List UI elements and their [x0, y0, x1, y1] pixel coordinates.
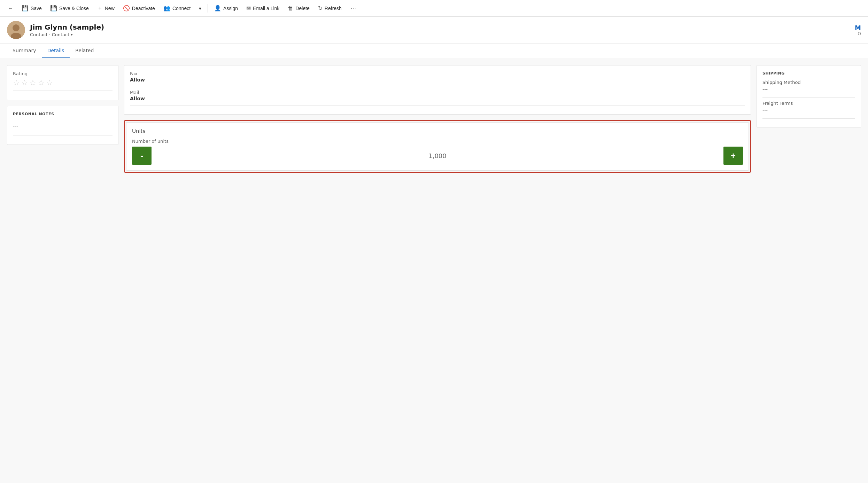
units-card: Units Number of units - 1,000 + [126, 122, 749, 171]
more-button[interactable]: ⋯ [348, 3, 360, 14]
contact-divider-1 [130, 87, 745, 87]
connect-button[interactable]: 👥 Connect [160, 3, 194, 14]
delete-icon: 🗑 [288, 5, 293, 11]
svg-point-1 [13, 24, 20, 31]
refresh-icon: ↻ [318, 5, 323, 11]
connect-dropdown-button[interactable]: ▾ [195, 3, 205, 13]
toolbar: ← 💾 Save 💾 Save & Close ＋ New 🚫 Deactiva… [0, 0, 868, 17]
fax-field: Fax Allow [130, 71, 745, 83]
contact-info-card: Fax Allow Mail Allow [124, 65, 751, 115]
header-right: M O [855, 24, 861, 36]
shipping-method-field: Shipping Method --- [762, 80, 855, 92]
rating-label: Rating [13, 71, 113, 76]
header-right-letter: M [855, 24, 861, 31]
shipping-divider-2 [762, 118, 855, 119]
tab-summary[interactable]: Summary [7, 44, 42, 58]
header-right-sub: O [858, 31, 861, 36]
notes-divider [13, 135, 113, 135]
dot-separator: · [49, 32, 51, 37]
tab-details[interactable]: Details [42, 44, 70, 58]
record-subtitle: Contact · Contact ▾ [30, 32, 104, 37]
entity-subtype: Contact [52, 32, 70, 37]
units-control: - 1,000 + [132, 147, 743, 165]
shipping-title: SHIPPING [762, 71, 855, 76]
avatar-image [7, 21, 25, 39]
mail-allow-value: Allow [130, 96, 745, 101]
contact-divider-2 [130, 106, 745, 106]
new-icon: ＋ [97, 5, 103, 12]
left-column: Rating ☆ ☆ ☆ ☆ ☆ PERSONAL NOTES --- [7, 65, 118, 478]
email-icon: ✉ [246, 5, 251, 11]
more-icon: ⋯ [351, 5, 357, 12]
record-name: Jim Glynn (sample) [30, 23, 104, 31]
star-5[interactable]: ☆ [46, 78, 53, 87]
right-column: SHIPPING Shipping Method --- Freight Ter… [757, 65, 861, 478]
personal-notes-value: --- [13, 120, 113, 132]
back-icon: ← [8, 5, 13, 11]
refresh-button[interactable]: ↻ Refresh [315, 3, 345, 14]
star-4[interactable]: ☆ [38, 78, 45, 87]
email-link-button[interactable]: ✉ Email a Link [243, 3, 283, 14]
star-1[interactable]: ☆ [13, 78, 20, 87]
tab-related[interactable]: Related [70, 44, 99, 58]
assign-icon: 👤 [214, 5, 221, 11]
fax-label: Fax [130, 71, 745, 76]
shipping-method-label: Shipping Method [762, 80, 855, 85]
assign-button[interactable]: 👤 Assign [211, 3, 241, 14]
deactivate-icon: 🚫 [123, 5, 130, 11]
avatar [7, 21, 25, 39]
save-button[interactable]: 💾 Save [18, 3, 45, 14]
units-label: Number of units [132, 139, 743, 144]
fax-allow-value: Allow [130, 77, 745, 83]
center-column: Fax Allow Mail Allow Units Number of uni… [124, 65, 751, 478]
back-button[interactable]: ← [4, 3, 17, 14]
decrement-button[interactable]: - [132, 147, 152, 165]
toolbar-divider [208, 4, 208, 13]
units-outer-border: Units Number of units - 1,000 + [124, 120, 751, 173]
save-icon: 💾 [22, 5, 29, 11]
freight-terms-field: Freight Terms --- [762, 101, 855, 113]
shipping-card: SHIPPING Shipping Method --- Freight Ter… [757, 65, 861, 127]
personal-notes-card: PERSONAL NOTES --- [7, 106, 118, 145]
units-title: Units [132, 128, 743, 134]
deactivate-button[interactable]: 🚫 Deactivate [119, 3, 158, 14]
record-header: Jim Glynn (sample) Contact · Contact ▾ M… [0, 17, 868, 44]
shipping-divider-1 [762, 98, 855, 98]
freight-terms-label: Freight Terms [762, 101, 855, 106]
mail-label: Mail [130, 90, 745, 95]
personal-notes-title: PERSONAL NOTES [13, 112, 113, 116]
connect-icon: 👥 [163, 5, 170, 11]
main-content: Rating ☆ ☆ ☆ ☆ ☆ PERSONAL NOTES --- Fax … [0, 58, 868, 483]
shipping-method-value: --- [762, 86, 855, 92]
increment-button[interactable]: + [723, 147, 743, 165]
freight-terms-value: --- [762, 107, 855, 113]
save-close-icon: 💾 [50, 5, 57, 11]
entity-type: Contact [30, 32, 48, 37]
tabs-bar: Summary Details Related [0, 44, 868, 58]
new-button[interactable]: ＋ New [94, 2, 118, 14]
field-divider [13, 91, 113, 91]
units-value: 1,000 [152, 152, 723, 159]
star-3[interactable]: ☆ [29, 78, 36, 87]
star-2[interactable]: ☆ [21, 78, 28, 87]
subtitle-chevron-icon[interactable]: ▾ [71, 32, 73, 37]
stars-container: ☆ ☆ ☆ ☆ ☆ [13, 78, 113, 87]
chevron-down-icon: ▾ [199, 6, 201, 11]
delete-button[interactable]: 🗑 Delete [284, 3, 313, 14]
rating-card: Rating ☆ ☆ ☆ ☆ ☆ [7, 65, 118, 100]
save-close-button[interactable]: 💾 Save & Close [47, 3, 92, 14]
mail-field: Mail Allow [130, 90, 745, 101]
record-info: Jim Glynn (sample) Contact · Contact ▾ [30, 23, 104, 37]
